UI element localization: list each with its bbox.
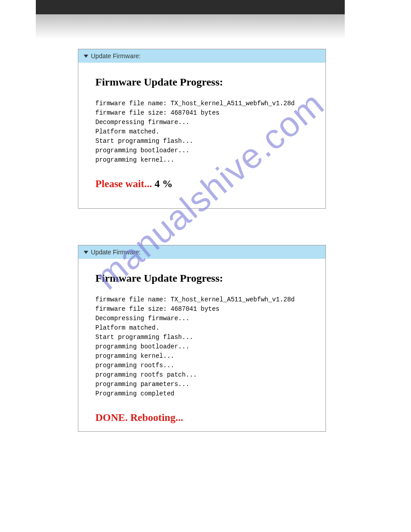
panel-header-label: Update Firmware: xyxy=(91,52,141,60)
collapse-icon xyxy=(84,251,88,254)
firmware-log: firmware file name: TX_host_kernel_A511_… xyxy=(95,295,325,399)
panel-header-label: Update Firmware: xyxy=(91,249,141,256)
panel-header[interactable]: Update Firmware: xyxy=(78,49,325,63)
top-bar xyxy=(36,0,345,14)
status-line: DONE. Rebooting... xyxy=(95,412,325,424)
panel-body: Firmware Update Progress: firmware file … xyxy=(78,63,325,190)
top-bar-shadow xyxy=(36,14,345,39)
firmware-panel-progress: Update Firmware: Firmware Update Progres… xyxy=(78,49,326,209)
panel-header[interactable]: Update Firmware: xyxy=(78,245,325,259)
firmware-panel-done: Update Firmware: Firmware Update Progres… xyxy=(78,245,326,432)
firmware-log: firmware file name: TX_host_kernel_A511_… xyxy=(95,99,325,165)
status-waiting: Please wait... xyxy=(95,178,154,189)
collapse-icon xyxy=(84,55,88,58)
panel-body: Firmware Update Progress: firmware file … xyxy=(78,259,325,424)
progress-title: Firmware Update Progress: xyxy=(95,272,325,284)
status-line: Please wait... 4 % xyxy=(95,178,325,190)
status-percent: 4 % xyxy=(154,178,172,189)
progress-title: Firmware Update Progress: xyxy=(95,76,325,88)
status-done: DONE. Rebooting... xyxy=(95,412,183,423)
